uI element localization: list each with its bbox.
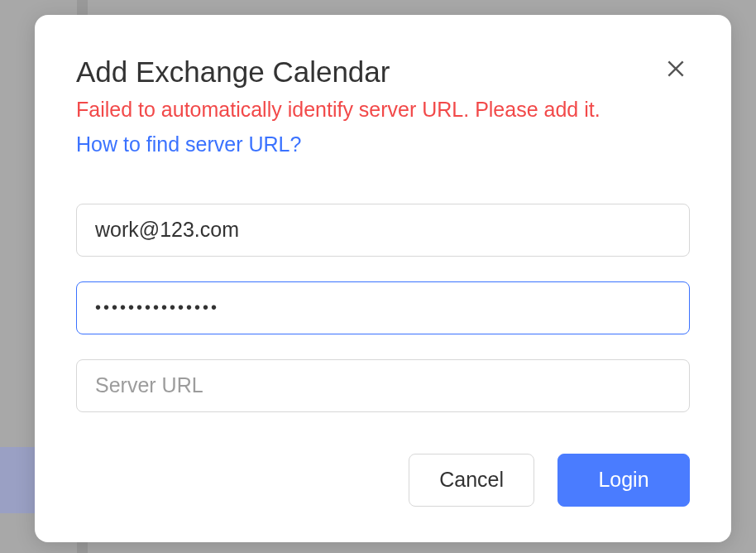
password-field[interactable]	[76, 281, 690, 334]
help-link[interactable]: How to find server URL?	[76, 131, 301, 159]
cancel-button[interactable]: Cancel	[409, 454, 534, 507]
add-exchange-calendar-modal: Add Exchange Calendar Failed to automati…	[35, 15, 731, 542]
close-icon	[665, 58, 687, 82]
button-row: Cancel Login	[76, 454, 690, 507]
modal-title: Add Exchange Calendar	[76, 55, 390, 89]
error-message: Failed to automatically identify server …	[76, 96, 690, 124]
email-field[interactable]	[76, 204, 690, 257]
server-url-field[interactable]	[76, 359, 690, 412]
login-button[interactable]: Login	[557, 454, 690, 507]
modal-header: Add Exchange Calendar	[76, 55, 690, 89]
close-button[interactable]	[662, 55, 690, 85]
exchange-form: Cancel Login	[76, 204, 690, 507]
